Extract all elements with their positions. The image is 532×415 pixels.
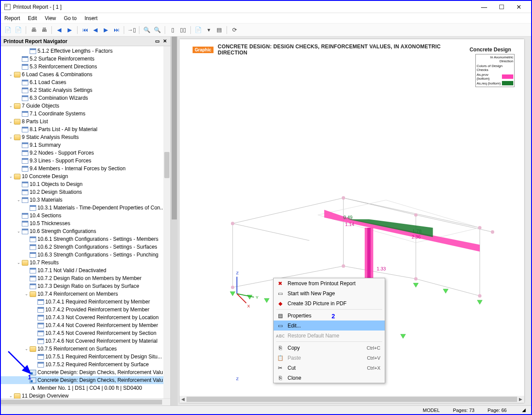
tree-item[interactable]: 10.2 Design Situations — [1, 188, 170, 196]
tree-item[interactable]: 9.2 Nodes - Support Forces — [1, 149, 170, 157]
context-menu-item[interactable]: ▤Properties — [274, 310, 385, 321]
export-icon[interactable]: 📄 — [194, 26, 203, 34]
close-button[interactable]: ✕ — [510, 1, 528, 13]
svg-point-1 — [231, 222, 234, 225]
tree-item[interactable]: 8.1 Parts List - All by Material — [1, 125, 170, 133]
refresh-icon[interactable]: ⟳ — [230, 26, 239, 34]
tree-item[interactable]: ⌄7 Guide Objects — [1, 102, 170, 110]
tree-item[interactable]: 6.2 Static Analysis Settings — [1, 86, 170, 94]
tree-item[interactable]: ⌄8 Parts List — [1, 118, 170, 125]
canvas-hscrollbar[interactable]: ◀▶ — [180, 396, 524, 403]
tree-item-label: 5.2 Surface Reinforcements — [30, 56, 95, 62]
tree-item[interactable]: 10.7.3 Design Ratio on Surfaces by Surfa… — [1, 282, 170, 290]
tree-item[interactable]: 10.6.2 Strength Configurations - Setting… — [1, 243, 170, 251]
tree-item[interactable]: ⌄6 Load Cases & Combinations — [1, 71, 170, 78]
tree-item[interactable]: AMember No. 1 | DS1 | CO4 | 0.00 ft | SD… — [1, 384, 170, 392]
tree-item[interactable]: 10.1 Objects to Design — [1, 180, 170, 188]
svg-marker-21 — [413, 283, 419, 287]
nav-fwd-icon[interactable]: ▶ — [102, 26, 110, 34]
tree-item-label: 10.7.3 Design Ratio on Surfaces by Surfa… — [37, 283, 139, 289]
tree-item[interactable]: 9.1 Summary — [1, 141, 170, 149]
navigator-hscrollbar[interactable] — [1, 398, 170, 405]
context-menu-item[interactable]: ◆Create 3D Picture in PDF — [274, 298, 385, 308]
delete-report-icon[interactable]: 📄 — [14, 26, 23, 34]
tree-item[interactable]: 5.3 Reinforcement Directions — [1, 63, 170, 71]
tree-item[interactable]: 10.7.4.5 Not Covered Reinforcement by Se… — [1, 329, 170, 337]
tree-item[interactable]: 6.3 Combination Wizards — [1, 94, 170, 102]
tree-item[interactable]: 9.3 Lines - Support Forces — [1, 157, 170, 165]
tree-item[interactable]: ⌄10.6 Strength Configurations — [1, 227, 170, 235]
navigator-tree[interactable]: 5.1.2 Effective Lengths - Factors5.2 Sur… — [1, 46, 170, 398]
tree-item[interactable]: 10.7.4.1 Required Reinforcement by Membe… — [1, 298, 170, 306]
tree-item[interactable]: ⌄10.7 Results — [1, 259, 170, 267]
tree-item[interactable]: 9.4 Members - Internal Forces by Section — [1, 165, 170, 172]
tree-item[interactable]: 10.7.1 Not Valid / Deactivated — [1, 267, 170, 274]
tree-item[interactable]: 10.7.4.2 Provided Reinforcement by Membe… — [1, 306, 170, 314]
new-report-icon[interactable]: 📄 — [3, 26, 12, 34]
tree-item[interactable]: 10.6.1 Strength Configurations - Setting… — [1, 235, 170, 243]
nav-back-icon[interactable]: ◀ — [91, 26, 100, 34]
tree-item[interactable]: Concrete Design: Design Checks, Reinforc… — [1, 368, 170, 376]
page-addon: Concrete Design — [470, 47, 511, 53]
svg-text:Z: Z — [236, 376, 239, 381]
menu-view[interactable]: View — [45, 15, 56, 21]
print-icon[interactable]: 🖶 — [29, 26, 38, 34]
tree-item[interactable]: 7.1 Coordinate Systems — [1, 110, 170, 118]
tree-item[interactable]: 10.3.1 Materials - Time-Dependent Proper… — [1, 204, 170, 212]
context-menu-item[interactable]: ▭Start with New Page — [274, 288, 385, 298]
menu-goto[interactable]: Go to — [64, 15, 77, 21]
context-menu-item[interactable]: ▭Edit... — [274, 321, 385, 331]
zoom-out-icon[interactable]: 🔍 — [142, 26, 151, 34]
tree-item[interactable]: Concrete Design: Design Checks, Reinforc… — [1, 376, 170, 384]
tree-item[interactable]: ⌄10.7.5 Reinforcement on Surfaces — [1, 345, 170, 353]
tree-item[interactable]: 10.7.4.3 Not Covered Reinforcement by Lo… — [1, 314, 170, 321]
minimize-button[interactable]: — — [475, 1, 493, 13]
context-menu-item[interactable]: ⎘CopyCtrl+C — [274, 343, 385, 353]
tree-item[interactable]: ⌄10.3 Materials — [1, 196, 170, 204]
navigator-vscrollbar[interactable] — [163, 46, 170, 398]
tree-item[interactable]: ⌄9 Static Analysis Results — [1, 133, 170, 141]
print-all-icon[interactable]: 🖶 — [40, 26, 48, 34]
export-dropdown-icon[interactable]: ▾ — [204, 26, 213, 34]
tree-item-label: 10.7.4.3 Not Covered Reinforcement by Lo… — [45, 314, 159, 321]
navigator-title: Printout Report Navigator — [3, 38, 68, 44]
context-menu-item[interactable]: ⎘Clone — [274, 373, 385, 383]
tree-item[interactable]: ⌄10.7.4 Reinforcement on Members — [1, 290, 170, 298]
menu-insert[interactable]: Insert — [85, 15, 98, 21]
page-single-icon[interactable]: ▯ — [168, 26, 177, 34]
tree-item[interactable]: 5.2 Surface Reinforcements — [1, 55, 170, 63]
goto-page-icon[interactable]: →▯ — [127, 26, 136, 34]
resize-grip-icon[interactable]: ◢ — [520, 407, 528, 413]
context-menu-label: Create 3D Picture in PDF — [288, 300, 380, 307]
nav-prev-icon[interactable]: ◀ — [55, 26, 64, 34]
tree-item[interactable]: 10.7.4.6 Not Covered Reinforcement by Ma… — [1, 337, 170, 345]
nav-first-icon[interactable]: ⏮ — [81, 26, 89, 34]
tree-item[interactable]: 5.1.2 Effective Lengths - Factors — [1, 47, 170, 55]
tree-item[interactable]: 10.7.5.2 Required Reinforcement by Surfa… — [1, 361, 170, 368]
canvas-vscrollbar[interactable] — [171, 37, 178, 405]
tree-item-label: 10.7.4.5 Not Covered Reinforcement by Se… — [45, 330, 156, 336]
tree-item[interactable]: 10.7.2 Design Ratio on Members by Member — [1, 274, 170, 282]
navigator-float-icon[interactable]: ▭ — [154, 38, 160, 44]
tree-item[interactable]: 10.6.3 Strength Configurations - Setting… — [1, 251, 170, 259]
tree-item[interactable]: 6.1 Load Cases — [1, 78, 170, 86]
tree-item[interactable]: 10.5 Thicknesses — [1, 219, 170, 227]
page-multi-icon[interactable]: ▯▯ — [179, 26, 187, 34]
tree-item[interactable]: 10.7.4.4 Not Covered Reinforcement by Me… — [1, 321, 170, 329]
tree-item[interactable]: 10.7.5.1 Required Reinforcement by Desig… — [1, 353, 170, 361]
tree-item[interactable]: ⌄10 Concrete Design — [1, 172, 170, 180]
context-menu-item[interactable]: ✂CutCtrl+X — [274, 363, 385, 373]
nav-next-icon[interactable]: ▶ — [65, 26, 74, 34]
settings-icon[interactable]: ▤ — [215, 26, 224, 34]
tree-item[interactable]: ⌄11 Design Overview — [1, 392, 170, 398]
tree-item-label: 10.6 Strength Configurations — [30, 228, 96, 234]
zoom-in-icon[interactable]: 🔍 — [153, 26, 162, 34]
menu-edit[interactable]: Edit — [28, 15, 37, 21]
maximize-button[interactable]: ☐ — [493, 1, 510, 13]
nav-last-icon[interactable]: ⏭ — [112, 26, 121, 34]
navigator-close-icon[interactable]: ✕ — [162, 38, 168, 44]
context-menu-item[interactable]: ✖Remove from Printout Report — [274, 278, 385, 288]
menu-report[interactable]: Report — [4, 15, 20, 21]
tree-item[interactable]: 10.4 Sections — [1, 212, 170, 219]
status-pages: Pages: 73 — [453, 408, 474, 413]
